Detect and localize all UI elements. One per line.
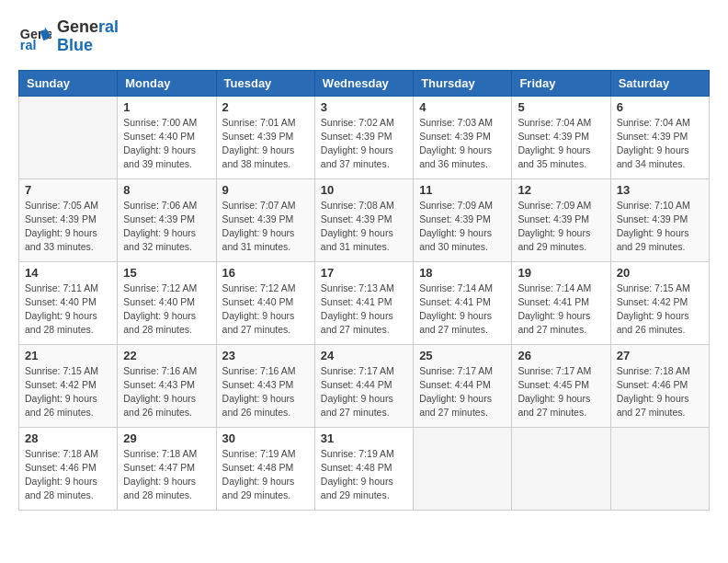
day-number: 1: [123, 100, 210, 114]
day-number: 24: [321, 349, 407, 362]
calendar-cell: 5Sunrise: 7:04 AM Sunset: 4:39 PM Daylig…: [512, 96, 610, 178]
calendar-cell: 2Sunrise: 7:01 AM Sunset: 4:39 PM Daylig…: [216, 96, 314, 178]
column-header-wednesday: Wednesday: [314, 70, 413, 96]
calendar-cell: 8Sunrise: 7:06 AM Sunset: 4:39 PM Daylig…: [118, 178, 216, 261]
day-number: 6: [617, 100, 703, 114]
day-info: Sunrise: 7:12 AM Sunset: 4:40 PM Dayligh…: [123, 282, 210, 338]
calendar-cell: 25Sunrise: 7:17 AM Sunset: 4:44 PM Dayli…: [414, 344, 512, 427]
day-info: Sunrise: 7:14 AM Sunset: 4:41 PM Dayligh…: [518, 282, 604, 338]
column-header-saturday: Saturday: [610, 70, 709, 96]
logo-icon: Gene ral: [18, 20, 51, 53]
calendar-cell: 21Sunrise: 7:15 AM Sunset: 4:42 PM Dayli…: [19, 344, 118, 427]
day-number: 7: [25, 183, 111, 197]
calendar-cell: 19Sunrise: 7:14 AM Sunset: 4:41 PM Dayli…: [512, 261, 610, 344]
day-number: 15: [123, 266, 210, 280]
day-info: Sunrise: 7:13 AM Sunset: 4:41 PM Dayligh…: [321, 282, 407, 338]
calendar-cell: 23Sunrise: 7:16 AM Sunset: 4:43 PM Dayli…: [216, 344, 314, 427]
calendar-cell: 4Sunrise: 7:03 AM Sunset: 4:39 PM Daylig…: [414, 96, 512, 178]
day-number: 11: [419, 183, 506, 197]
day-number: 5: [518, 100, 604, 114]
day-info: Sunrise: 7:18 AM Sunset: 4:46 PM Dayligh…: [617, 364, 703, 420]
calendar-cell: 16Sunrise: 7:12 AM Sunset: 4:40 PM Dayli…: [216, 261, 314, 344]
day-info: Sunrise: 7:10 AM Sunset: 4:39 PM Dayligh…: [617, 199, 703, 255]
column-header-sunday: Sunday: [19, 70, 118, 96]
calendar-week-row: 21Sunrise: 7:15 AM Sunset: 4:42 PM Dayli…: [19, 344, 710, 427]
page-header: Gene ral GeneralBlue: [18, 18, 710, 55]
calendar-cell: [19, 96, 118, 178]
day-info: Sunrise: 7:17 AM Sunset: 4:44 PM Dayligh…: [419, 364, 506, 420]
calendar-cell: 12Sunrise: 7:09 AM Sunset: 4:39 PM Dayli…: [512, 178, 610, 261]
calendar-cell: 28Sunrise: 7:18 AM Sunset: 4:46 PM Dayli…: [19, 427, 118, 510]
day-number: 25: [419, 349, 506, 362]
day-info: Sunrise: 7:09 AM Sunset: 4:39 PM Dayligh…: [419, 199, 506, 255]
calendar-cell: 31Sunrise: 7:19 AM Sunset: 4:48 PM Dayli…: [314, 427, 413, 510]
column-header-thursday: Thursday: [414, 70, 512, 96]
calendar-week-row: 1Sunrise: 7:00 AM Sunset: 4:40 PM Daylig…: [19, 96, 710, 178]
day-info: Sunrise: 7:12 AM Sunset: 4:40 PM Dayligh…: [222, 282, 309, 338]
day-number: 29: [123, 431, 210, 445]
calendar-cell: 22Sunrise: 7:16 AM Sunset: 4:43 PM Dayli…: [118, 344, 216, 427]
column-header-monday: Monday: [118, 70, 216, 96]
day-info: Sunrise: 7:14 AM Sunset: 4:41 PM Dayligh…: [419, 282, 506, 338]
day-number: 17: [321, 266, 407, 280]
calendar-cell: [610, 427, 709, 510]
day-number: 26: [518, 349, 604, 362]
logo: Gene ral GeneralBlue: [18, 18, 119, 55]
column-header-friday: Friday: [512, 70, 610, 96]
calendar-cell: 6Sunrise: 7:04 AM Sunset: 4:39 PM Daylig…: [610, 96, 709, 178]
day-info: Sunrise: 7:08 AM Sunset: 4:39 PM Dayligh…: [321, 199, 407, 255]
day-number: 16: [222, 266, 309, 280]
calendar-cell: 3Sunrise: 7:02 AM Sunset: 4:39 PM Daylig…: [314, 96, 413, 178]
day-number: 13: [617, 183, 703, 197]
day-info: Sunrise: 7:09 AM Sunset: 4:39 PM Dayligh…: [518, 199, 604, 255]
day-number: 9: [222, 183, 309, 197]
day-info: Sunrise: 7:19 AM Sunset: 4:48 PM Dayligh…: [222, 447, 309, 503]
day-number: 28: [25, 431, 111, 445]
calendar-cell: 13Sunrise: 7:10 AM Sunset: 4:39 PM Dayli…: [610, 178, 709, 261]
svg-text:ral: ral: [20, 38, 37, 52]
day-info: Sunrise: 7:06 AM Sunset: 4:39 PM Dayligh…: [123, 199, 210, 255]
day-info: Sunrise: 7:00 AM Sunset: 4:40 PM Dayligh…: [123, 116, 210, 172]
calendar-cell: 14Sunrise: 7:11 AM Sunset: 4:40 PM Dayli…: [19, 261, 118, 344]
day-number: 19: [518, 266, 604, 280]
day-info: Sunrise: 7:15 AM Sunset: 4:42 PM Dayligh…: [25, 364, 111, 420]
day-number: 21: [25, 349, 111, 362]
day-number: 14: [25, 266, 111, 280]
calendar-cell: 15Sunrise: 7:12 AM Sunset: 4:40 PM Dayli…: [118, 261, 216, 344]
day-info: Sunrise: 7:17 AM Sunset: 4:44 PM Dayligh…: [321, 364, 407, 420]
day-number: 23: [222, 349, 309, 362]
day-info: Sunrise: 7:07 AM Sunset: 4:39 PM Dayligh…: [222, 199, 309, 255]
calendar-cell: 24Sunrise: 7:17 AM Sunset: 4:44 PM Dayli…: [314, 344, 413, 427]
day-info: Sunrise: 7:18 AM Sunset: 4:46 PM Dayligh…: [25, 447, 111, 503]
day-number: 3: [321, 100, 407, 114]
day-info: Sunrise: 7:17 AM Sunset: 4:45 PM Dayligh…: [518, 364, 604, 420]
day-info: Sunrise: 7:02 AM Sunset: 4:39 PM Dayligh…: [321, 116, 407, 172]
calendar-cell: 17Sunrise: 7:13 AM Sunset: 4:41 PM Dayli…: [314, 261, 413, 344]
calendar-table: SundayMondayTuesdayWednesdayThursdayFrid…: [18, 70, 710, 511]
day-number: 10: [321, 183, 407, 197]
calendar-cell: 1Sunrise: 7:00 AM Sunset: 4:40 PM Daylig…: [118, 96, 216, 178]
logo-text: GeneralBlue: [57, 18, 119, 55]
day-number: 18: [419, 266, 506, 280]
calendar-week-row: 14Sunrise: 7:11 AM Sunset: 4:40 PM Dayli…: [19, 261, 710, 344]
calendar-cell: 30Sunrise: 7:19 AM Sunset: 4:48 PM Dayli…: [216, 427, 314, 510]
day-info: Sunrise: 7:18 AM Sunset: 4:47 PM Dayligh…: [123, 447, 210, 503]
day-info: Sunrise: 7:04 AM Sunset: 4:39 PM Dayligh…: [617, 116, 703, 172]
day-number: 8: [123, 183, 210, 197]
day-number: 30: [222, 431, 309, 445]
calendar-week-row: 28Sunrise: 7:18 AM Sunset: 4:46 PM Dayli…: [19, 427, 710, 510]
calendar-cell: 26Sunrise: 7:17 AM Sunset: 4:45 PM Dayli…: [512, 344, 610, 427]
day-number: 20: [617, 266, 703, 280]
calendar-cell: 7Sunrise: 7:05 AM Sunset: 4:39 PM Daylig…: [19, 178, 118, 261]
day-info: Sunrise: 7:16 AM Sunset: 4:43 PM Dayligh…: [222, 364, 309, 420]
calendar-header-row: SundayMondayTuesdayWednesdayThursdayFrid…: [19, 70, 710, 96]
day-number: 2: [222, 100, 309, 114]
calendar-week-row: 7Sunrise: 7:05 AM Sunset: 4:39 PM Daylig…: [19, 178, 710, 261]
day-number: 31: [321, 431, 407, 445]
calendar-cell: 29Sunrise: 7:18 AM Sunset: 4:47 PM Dayli…: [118, 427, 216, 510]
column-header-tuesday: Tuesday: [216, 70, 314, 96]
day-info: Sunrise: 7:19 AM Sunset: 4:48 PM Dayligh…: [321, 447, 407, 503]
calendar-cell: 18Sunrise: 7:14 AM Sunset: 4:41 PM Dayli…: [414, 261, 512, 344]
calendar-cell: 20Sunrise: 7:15 AM Sunset: 4:42 PM Dayli…: [610, 261, 709, 344]
day-number: 4: [419, 100, 506, 114]
